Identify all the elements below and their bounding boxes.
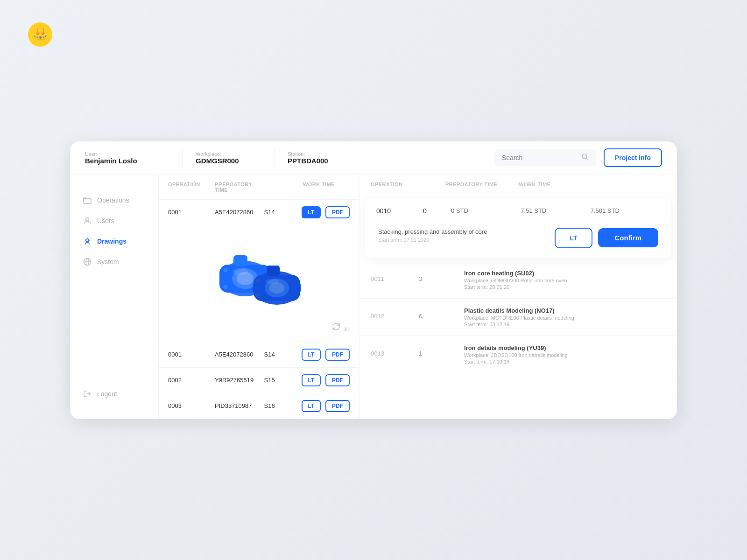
row-code-1: A5E42072860 <box>215 351 264 358</box>
op-id-0013: 0013 <box>371 350 403 357</box>
lt-badge-2[interactable]: LT <box>302 374 321 386</box>
lt-badge-3[interactable]: LT <box>302 400 321 412</box>
lt-button-0010[interactable]: LT <box>555 228 592 248</box>
op-id-0011: 0011 <box>371 275 403 282</box>
op-id-0012: 0012 <box>371 313 403 320</box>
drawing-row-2[interactable]: 0002 Y9R92765519 S15 LT PDF <box>159 368 359 393</box>
pdf-badge-0[interactable]: PDF <box>325 206 350 218</box>
operation-card-0011[interactable]: 0011 3 Iron core heating (SU02) Workplac… <box>359 261 677 299</box>
operation-card-0010: 0010 0 0 STD 7.51 STD 7.501 STD Stacking… <box>365 198 671 258</box>
op-info-0013: Iron details modeling (YU39) Workplace: … <box>464 344 666 364</box>
left-panel-header: OPERATION PREPOATORY TIME WORK TIME <box>159 175 359 200</box>
sidebar-item-users-label: Users <box>97 217 114 224</box>
op-info-0011: Iron core heating (SU02) Workplace: GDMG… <box>464 270 666 290</box>
row-code-3: PID33710987 <box>215 402 264 409</box>
row-station-2: S15 <box>264 377 302 384</box>
sidebar-item-system[interactable]: System <box>70 252 158 272</box>
op-start-0010: Start term: 17.01.2020 <box>378 237 487 243</box>
op-info-0012: Plastic deatils Modeling (NO17) Workplac… <box>464 307 666 327</box>
confirm-button-0010[interactable]: Confirm <box>598 228 659 247</box>
right-col-work: WORK TIME <box>519 182 592 187</box>
svg-point-26 <box>266 279 279 284</box>
logout-button[interactable]: Logout <box>70 384 158 404</box>
folder-icon <box>83 196 92 204</box>
svg-rect-22 <box>267 266 280 276</box>
row-id-3: 0003 <box>168 402 215 409</box>
lt-badge-filled[interactable]: LT <box>302 206 321 218</box>
sidebar-item-operations[interactable]: Operations <box>70 190 158 210</box>
pdf-badge-3[interactable]: PDF <box>325 400 350 412</box>
svg-rect-4 <box>84 198 91 203</box>
pdf-badge-2[interactable]: PDF <box>325 374 350 386</box>
op-total-0010: 7.501 STD <box>591 207 660 214</box>
op-num-0011: 3 <box>419 275 430 282</box>
workplace-label: Workplace: <box>196 151 261 157</box>
right-col-total <box>592 182 666 187</box>
search-input[interactable] <box>502 154 577 161</box>
op-actions-0010: LT Confirm <box>555 228 658 248</box>
op-id-group-0011: 0011 3 <box>371 270 464 288</box>
lt-badge-1[interactable]: LT <box>302 349 321 361</box>
user-icon <box>83 217 92 225</box>
row-id-1: 0001 <box>168 351 215 358</box>
row-code-2: Y9R92765519 <box>215 377 264 384</box>
col-empty <box>266 182 303 193</box>
op-desc-block-0010: Stacking, pressing and assembly of core … <box>378 227 487 243</box>
op-id-group-0013: 0013 1 <box>371 344 464 363</box>
row-station-0: S14 <box>264 209 302 216</box>
station-info: Station: PPTBDA000 <box>288 141 353 175</box>
svg-rect-15 <box>233 255 247 266</box>
op-start-0011: Start term: 20.01.20 <box>464 284 666 290</box>
workplace-info: Workplace: GDMGSR000 <box>196 141 261 175</box>
sidebar: Operations Users Drawings <box>70 175 159 419</box>
part-svg <box>208 237 310 325</box>
drawing-preview-0: 3D <box>159 225 359 342</box>
op-title-0012: Plastic deatils Modeling (NO17) <box>464 307 666 314</box>
sidebar-item-drawings[interactable]: Drawings <box>70 231 158 252</box>
pdf-badge-1[interactable]: PDF <box>325 349 350 361</box>
sidebar-item-users[interactable]: Users <box>70 210 158 231</box>
right-col-empty <box>417 182 445 187</box>
3d-part-view <box>208 234 310 328</box>
svg-point-17 <box>223 285 228 289</box>
main-card: User: Benjamin Loslo Workplace: GDMGSR00… <box>70 141 677 419</box>
col-operation: OPERATION <box>168 182 215 193</box>
op-start-0012: Start term: 03.12.19 <box>464 322 666 327</box>
logout-label: Logout <box>97 390 117 398</box>
body: Operations Users Drawings <box>70 175 677 419</box>
app-logo: 👑 <box>28 22 52 47</box>
logout-icon <box>83 390 92 398</box>
svg-point-5 <box>86 217 89 221</box>
divider-0012 <box>411 307 411 326</box>
divider-2 <box>274 148 275 168</box>
svg-line-3 <box>586 158 588 160</box>
globe-icon <box>83 258 92 266</box>
col-work-time: WORK TIME <box>303 182 350 193</box>
svg-point-6 <box>86 239 89 242</box>
col-prep-time: PREPOATORY TIME <box>215 182 266 193</box>
operation-card-0013[interactable]: 0013 1 Iron details modeling (YU39) Work… <box>359 336 677 373</box>
op-title-0011: Iron core heating (SU02) <box>464 270 666 277</box>
op-prep-0010: 0 STD <box>451 207 521 214</box>
right-col-operation: OPERATION <box>371 182 417 187</box>
project-info-button[interactable]: Project Info <box>604 148 662 167</box>
drawings-icon <box>83 237 92 245</box>
op-num-0010: 0 <box>423 207 451 215</box>
row-id-2: 0002 <box>168 377 215 384</box>
row-badges-3: LT PDF <box>302 400 350 412</box>
user-label: User: <box>85 151 169 157</box>
workplace-value: GDMGSR000 <box>196 157 261 165</box>
search-box[interactable] <box>494 149 596 166</box>
sidebar-item-system-label: System <box>97 258 119 266</box>
drawing-row-3[interactable]: 0003 PID33710987 S16 LT PDF <box>159 393 359 419</box>
op-title-0013: Iron details modeling (YU39) <box>464 344 666 351</box>
op-id-group-0012: 0012 6 <box>371 307 464 326</box>
operation-card-0012[interactable]: 0012 6 Plastic deatils Modeling (NO17) W… <box>359 299 677 336</box>
header-right: Project Info <box>494 141 662 175</box>
op-workplace-0013: Workplace: JDDSO100 Iron datrails modeli… <box>464 352 666 358</box>
right-col-prep: PREPOATORY TIME <box>445 182 519 187</box>
right-panel-header: OPERATION PREPOATORY TIME WORK TIME <box>359 175 677 194</box>
drawing-row-0[interactable]: 0001 A5E42072860 S14 LT PDF <box>159 200 359 342</box>
header: User: Benjamin Loslo Workplace: GDMGSR00… <box>70 141 677 175</box>
drawing-row-1[interactable]: 0001 A5E42072860 S14 LT PDF <box>159 342 359 368</box>
